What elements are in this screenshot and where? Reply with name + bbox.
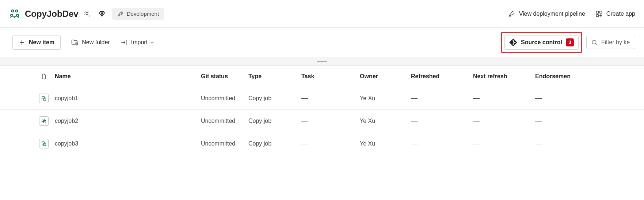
create-app-link[interactable]: Create app: [595, 10, 635, 18]
table-header-row: Name Git status Type Task Owner Refreshe…: [0, 66, 644, 87]
plus-icon: [19, 39, 25, 46]
git-icon: [509, 38, 517, 46]
import-label: Import: [131, 39, 148, 46]
table-row[interactable]: copyjob3 Uncommitted Copy job — Ye Xu — …: [0, 132, 644, 155]
source-control-button[interactable]: Source control 3: [504, 35, 579, 50]
new-folder-button[interactable]: New folder: [71, 39, 110, 46]
cell-next-refresh: —: [473, 140, 535, 147]
cell-next-refresh: —: [473, 117, 535, 125]
cell-task: —: [301, 94, 360, 102]
items-table: Name Git status Type Task Owner Refreshe…: [0, 66, 644, 155]
svg-point-4: [86, 12, 88, 15]
workspace-title: CopyJobDev: [25, 9, 79, 19]
workspace-icon: [9, 8, 20, 20]
cell-git-status: Uncommitted: [201, 95, 248, 102]
col-header-refreshed[interactable]: Refreshed: [411, 73, 473, 80]
cell-task: —: [301, 117, 360, 125]
toolbar: New item New folder Import Source contro…: [0, 28, 644, 57]
cell-type: Copy job: [248, 95, 301, 102]
svg-point-0: [12, 10, 14, 12]
cell-owner: Ye Xu: [360, 95, 411, 102]
workspace-header: CopyJobDev Development View deployment p…: [0, 0, 644, 28]
new-item-label: New item: [29, 39, 54, 46]
view-deployment-pipeline-link[interactable]: View deployment pipeline: [508, 10, 585, 18]
copyjob-icon: [39, 139, 49, 148]
create-app-label: Create app: [606, 11, 635, 17]
svg-rect-7: [599, 11, 602, 13]
cell-endorsement: —: [535, 94, 608, 102]
cell-endorsement: —: [535, 117, 608, 125]
file-icon: [41, 72, 47, 80]
import-button[interactable]: Import: [120, 39, 159, 46]
cell-name: copyjob1: [55, 95, 201, 102]
workspace-settings-icon[interactable]: [81, 8, 93, 20]
svg-point-5: [121, 12, 122, 13]
environment-label: Development: [127, 11, 159, 17]
new-folder-label: New folder: [82, 39, 110, 46]
cell-git-status: Uncommitted: [201, 118, 248, 124]
cell-type: Copy job: [248, 140, 301, 147]
col-header-next-refresh[interactable]: Next refresh: [473, 73, 535, 80]
col-header-task[interactable]: Task: [301, 73, 360, 80]
cell-task: —: [301, 140, 360, 147]
source-control-label: Source control: [521, 39, 562, 46]
rocket-icon: [508, 10, 515, 18]
search-icon: [591, 39, 598, 46]
view-deployment-pipeline-label: View deployment pipeline: [519, 11, 585, 17]
cell-refreshed: —: [411, 117, 473, 125]
cell-name: copyjob2: [55, 118, 201, 124]
col-header-git-status[interactable]: Git status: [201, 73, 248, 80]
folder-plus-icon: [71, 39, 78, 46]
col-header-name[interactable]: Name: [55, 73, 201, 80]
cell-endorsement: —: [535, 140, 608, 147]
cell-name: copyjob3: [55, 140, 201, 147]
resize-divider[interactable]: [0, 57, 644, 66]
cell-refreshed: —: [411, 140, 473, 147]
svg-point-10: [592, 40, 596, 44]
app-grid-icon: [595, 10, 603, 18]
col-header-type[interactable]: Type: [248, 73, 301, 80]
grip-icon: [317, 61, 327, 62]
rocket-icon: [117, 11, 124, 17]
filter-box[interactable]: [586, 36, 635, 49]
import-icon: [120, 39, 127, 46]
cell-next-refresh: —: [473, 94, 535, 102]
copyjob-icon: [39, 94, 49, 103]
diamond-icon[interactable]: [96, 8, 108, 20]
chevron-down-icon: [150, 40, 155, 45]
cell-git-status: Uncommitted: [201, 140, 248, 147]
svg-rect-6: [596, 11, 598, 13]
filter-input[interactable]: [601, 39, 630, 46]
col-header-endorsement[interactable]: Endorsemen: [535, 73, 608, 80]
svg-point-1: [15, 10, 18, 12]
environment-pill[interactable]: Development: [112, 8, 164, 20]
source-control-highlight: Source control 3: [501, 32, 582, 53]
cell-owner: Ye Xu: [360, 118, 411, 124]
col-header-owner[interactable]: Owner: [360, 73, 411, 80]
cell-refreshed: —: [411, 94, 473, 102]
copyjob-icon: [39, 116, 49, 126]
cell-owner: Ye Xu: [360, 140, 411, 147]
table-row[interactable]: copyjob1 Uncommitted Copy job — Ye Xu — …: [0, 87, 644, 110]
svg-rect-8: [596, 14, 598, 16]
table-row[interactable]: copyjob2 Uncommitted Copy job — Ye Xu — …: [0, 110, 644, 132]
new-item-button[interactable]: New item: [12, 35, 61, 50]
cell-type: Copy job: [248, 118, 301, 124]
source-control-badge: 3: [566, 38, 574, 46]
